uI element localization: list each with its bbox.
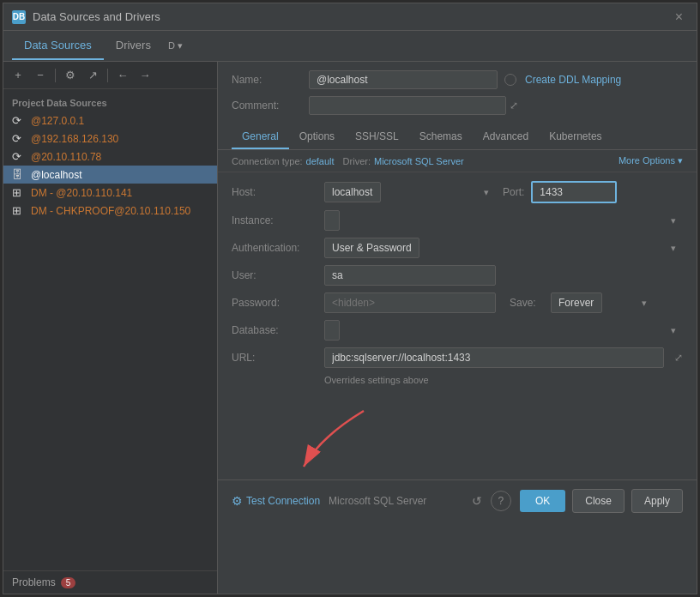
user-row: User: (232, 265, 683, 286)
tab-drivers[interactable]: Drivers (104, 32, 163, 60)
name-radio[interactable] (504, 74, 516, 86)
datasource-label-2: @192.168.126.130 (31, 133, 118, 145)
comment-input[interactable] (309, 96, 506, 115)
auth-row: Authentication: User & Password (232, 238, 683, 258)
datasource-label-3: @20.10.110.78 (31, 151, 101, 163)
tab-kubernetes[interactable]: Kubernetes (539, 125, 612, 149)
comment-expand-icon[interactable]: ⤢ (510, 100, 518, 112)
datasource-label-5: DM - @20.10.110.141 (31, 187, 132, 199)
list-item[interactable]: ⊞ DM - @20.10.110.141 (3, 184, 217, 202)
sidebar: + − ⚙ ↗ ← → Project Data Sources ⟳ @127.… (3, 62, 218, 594)
forward-button[interactable]: → (136, 66, 154, 85)
password-label: Password: (232, 297, 317, 309)
title-bar: DB Data Sources and Drivers × (3, 3, 697, 31)
server-info-label: Microsoft SQL Server (329, 495, 426, 507)
instance-select[interactable] (324, 210, 340, 231)
test-connection-label: Test Connection (246, 495, 320, 507)
datasource-icon-5: ⊞ (12, 186, 26, 199)
tab-schemas[interactable]: Schemas (409, 125, 473, 149)
password-input[interactable] (324, 292, 496, 313)
tab-advanced[interactable]: Advanced (473, 125, 539, 149)
content-area: + − ⚙ ↗ ← → Project Data Sources ⟳ @127.… (3, 62, 697, 594)
apply-button[interactable]: Apply (631, 489, 683, 513)
test-connection-button[interactable]: ⚙ Test Connection (232, 494, 320, 508)
problems-badge: 5 (61, 577, 76, 588)
toolbar-separator (55, 69, 56, 82)
datasource-label-4: @localhost (31, 169, 82, 181)
create-ddl-link[interactable]: Create DDL Mapping (525, 74, 621, 86)
remove-datasource-button[interactable]: − (31, 66, 50, 85)
list-item[interactable]: ⟳ @127.0.0.1 (3, 112, 217, 130)
conn-type-label: Connection type: (232, 156, 303, 166)
comment-label: Comment: (232, 100, 309, 112)
user-label: User: (232, 269, 317, 281)
url-row: URL: ⤢ (232, 347, 683, 368)
instance-label: Instance: (232, 214, 317, 226)
tab-ssh-ssl[interactable]: SSH/SSL (345, 125, 409, 149)
user-input[interactable] (324, 265, 496, 286)
datasource-icon-4: 🗄 (12, 168, 26, 181)
tab-general[interactable]: General (232, 125, 289, 149)
bottom-bar: ⚙ Test Connection Microsoft SQL Server ↺… (218, 479, 697, 521)
host-input[interactable]: localhost (324, 182, 381, 202)
sidebar-toolbar: + − ⚙ ↗ ← → (3, 62, 217, 89)
more-options-button[interactable]: More Options ▾ (619, 155, 683, 166)
conn-type-value[interactable]: default (306, 156, 335, 166)
database-label: Database: (232, 324, 317, 336)
top-tabs: Data Sources Drivers D ▾ (3, 31, 697, 62)
close-button[interactable]: × (670, 8, 688, 27)
add-datasource-button[interactable]: + (9, 66, 27, 85)
save-select[interactable]: Forever (551, 292, 602, 313)
database-select[interactable] (324, 320, 340, 341)
tab-options[interactable]: Options (289, 125, 345, 149)
tab-dropdown[interactable]: D ▾ (163, 33, 188, 58)
name-row: Name: Create DDL Mapping (232, 70, 683, 89)
refresh-icon[interactable]: ↺ (472, 494, 482, 508)
help-button[interactable]: ? (491, 491, 511, 511)
main-panel: Name: Create DDL Mapping Comment: ⤢ Gene… (218, 62, 697, 594)
host-label: Host: (232, 186, 317, 198)
url-label: URL: (232, 352, 317, 364)
settings-button[interactable]: ⚙ (61, 66, 80, 85)
overrides-note: Overrides settings above (324, 375, 683, 385)
dialog-title: Data Sources and Drivers (33, 10, 670, 23)
password-row: Password: Save: Forever (232, 292, 683, 313)
conn-driver-label: Driver: (343, 156, 371, 166)
ok-button[interactable]: OK (520, 490, 565, 512)
name-label: Name: (232, 74, 309, 86)
auth-label: Authentication: (232, 242, 317, 254)
list-item[interactable]: ⊞ DM - CHKPROOF@20.10.110.150 (3, 202, 217, 220)
annotation-arrow (252, 402, 424, 479)
close-dialog-button[interactable]: Close (572, 489, 625, 513)
list-item[interactable]: ⟳ @192.168.126.130 (3, 130, 217, 148)
list-item[interactable]: ⟳ @20.10.110.78 (3, 148, 217, 166)
datasource-icon-3: ⟳ (12, 150, 26, 163)
port-label: Port: (503, 186, 524, 198)
list-item-selected[interactable]: 🗄 @localhost (3, 166, 217, 184)
name-input[interactable] (309, 70, 498, 89)
url-input[interactable] (324, 347, 664, 368)
sidebar-tree: Project Data Sources ⟳ @127.0.0.1 ⟳ @192… (3, 89, 217, 570)
export-button[interactable]: ↗ (83, 66, 102, 85)
datasource-label-1: @127.0.0.1 (31, 115, 84, 127)
port-input[interactable] (531, 181, 617, 203)
save-label: Save: (510, 297, 544, 309)
host-row: Host: localhost Port: (232, 181, 683, 203)
database-row: Database: (232, 320, 683, 341)
annotation-area (218, 394, 697, 479)
comment-row: Comment: ⤢ (232, 96, 683, 115)
url-expand-icon[interactable]: ⤢ (674, 352, 683, 364)
spinner-icon: ⚙ (232, 494, 243, 508)
problems-section[interactable]: Problems 5 (12, 576, 208, 588)
conn-driver-value[interactable]: Microsoft SQL Server (374, 156, 464, 166)
datasource-icon-1: ⟳ (12, 114, 26, 127)
dialog-data-sources: DB Data Sources and Drivers × Data Sourc… (3, 3, 697, 594)
section-label: Project Data Sources (3, 94, 217, 112)
back-button[interactable]: ← (113, 66, 132, 85)
auth-select[interactable]: User & Password (324, 238, 419, 258)
tab-data-sources[interactable]: Data Sources (12, 32, 104, 60)
problems-label-text: Problems (12, 576, 56, 588)
form-header: Name: Create DDL Mapping Comment: ⤢ (218, 62, 697, 122)
datasource-label-6: DM - CHKPROOF@20.10.110.150 (31, 205, 190, 217)
datasource-icon-6: ⊞ (12, 204, 26, 217)
